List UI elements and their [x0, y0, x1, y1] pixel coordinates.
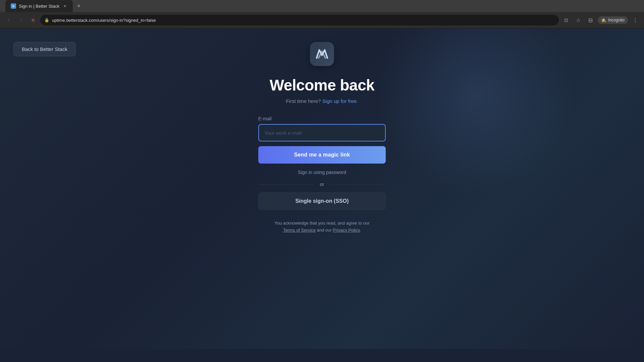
- tab-title: Sign in | Better Stack: [19, 4, 59, 9]
- new-tab-button[interactable]: +: [74, 1, 84, 11]
- address-bar[interactable]: 🔒 uptime.betterstack.com/users/sign-in?s…: [40, 15, 559, 25]
- browser-tab[interactable]: B Sign in | Better Stack ✕: [5, 0, 73, 12]
- signup-link[interactable]: Sign up for free.: [322, 98, 358, 104]
- terms-of-service-link[interactable]: Terms of Service: [283, 228, 316, 233]
- signin-form: E-mail Send me a magic link Sign in usin…: [258, 116, 386, 210]
- welcome-title: Welcome back: [270, 76, 375, 94]
- signup-prompt: First time here? Sign up for free.: [286, 98, 358, 104]
- tab-favicon: B: [11, 3, 16, 9]
- address-text: uptime.betterstack.com/users/sign-in?sig…: [52, 18, 555, 23]
- email-label: E-mail: [258, 116, 386, 121]
- back-nav-icon: ‹: [8, 17, 9, 23]
- menu-icon: ⋮: [633, 17, 638, 23]
- forward-nav-icon: ›: [20, 17, 21, 23]
- lock-icon: 🔒: [44, 18, 49, 22]
- terms-prefix: You acknowledge that you read, and agree…: [274, 221, 370, 226]
- sidebar-button[interactable]: ⊟: [586, 15, 595, 25]
- svg-text:B: B: [12, 5, 14, 8]
- cast-icon-button[interactable]: ⊡: [561, 15, 571, 25]
- magic-link-button[interactable]: Send me a magic link: [258, 146, 386, 164]
- reload-icon: ✕: [31, 17, 35, 23]
- bookmark-button[interactable]: ☆: [574, 15, 583, 25]
- terms-suffix: .: [360, 228, 361, 233]
- logo-container: [310, 42, 334, 66]
- browser-chrome: B Sign in | Better Stack ✕ + ‹ › ✕ 🔒 upt…: [0, 0, 644, 28]
- reload-button[interactable]: ✕: [28, 15, 38, 25]
- terms-text: You acknowledge that you read, and agree…: [274, 220, 370, 234]
- page-content: Back to Better Stack Welcome back First …: [0, 28, 644, 349]
- incognito-label: Incognito: [608, 18, 625, 22]
- terms-middle: and our: [317, 228, 332, 233]
- back-nav-button[interactable]: ‹: [4, 15, 13, 25]
- tab-close-button[interactable]: ✕: [62, 3, 67, 9]
- cast-icon: ⊡: [564, 17, 568, 23]
- back-to-better-stack-button[interactable]: Back to Better Stack: [13, 42, 76, 56]
- tab-bar: B Sign in | Better Stack ✕ +: [0, 0, 644, 12]
- email-input[interactable]: [258, 124, 386, 141]
- password-signin-link[interactable]: Sign in using password: [258, 170, 386, 175]
- browser-toolbar: ‹ › ✕ 🔒 uptime.betterstack.com/users/sig…: [0, 12, 644, 28]
- or-divider: or: [258, 182, 386, 187]
- divider-left: [258, 184, 315, 185]
- privacy-policy-link[interactable]: Privacy Policy: [333, 228, 360, 233]
- tab-favicon-icon: B: [11, 4, 15, 8]
- first-time-text: First time here?: [286, 98, 321, 104]
- or-text: or: [320, 182, 324, 187]
- forward-nav-button[interactable]: ›: [16, 15, 25, 25]
- incognito-icon: 🕵: [601, 18, 606, 22]
- bookmark-icon: ☆: [576, 17, 581, 23]
- better-stack-logo: [315, 48, 329, 60]
- sso-button[interactable]: Single sign-on (SSO): [258, 192, 386, 210]
- incognito-button[interactable]: 🕵 Incognito: [598, 16, 628, 24]
- divider-right: [329, 184, 386, 185]
- menu-button[interactable]: ⋮: [631, 15, 640, 25]
- sidebar-icon: ⊟: [588, 17, 593, 23]
- toolbar-right: ⊡ ☆ ⊟ 🕵 Incognito ⋮: [561, 15, 640, 25]
